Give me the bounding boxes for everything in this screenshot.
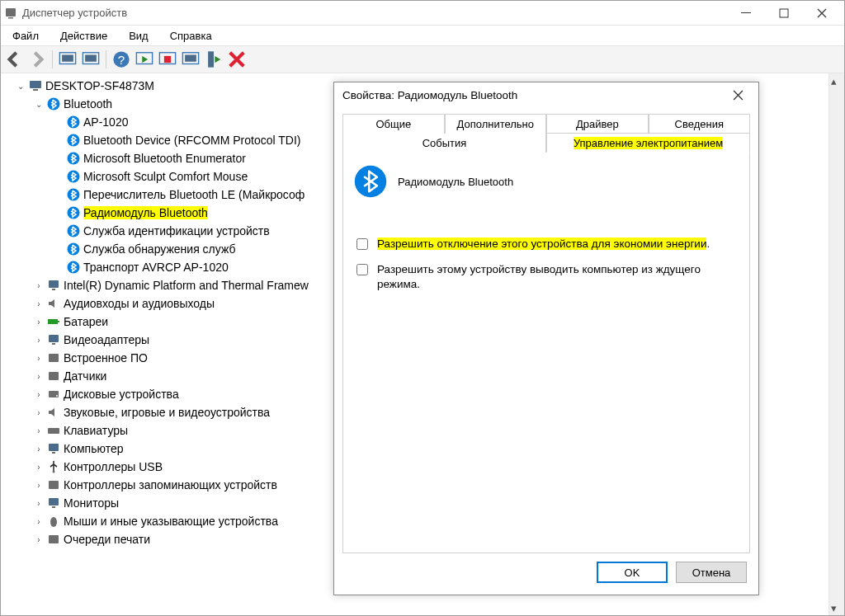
label-allow-wake: Разрешить этому устройству выводить комп…: [377, 262, 732, 292]
expand-collapse-icon[interactable]: ›: [34, 481, 44, 490]
tree-item-label: Батареи: [64, 315, 108, 328]
scroll-up-icon[interactable]: ▴: [831, 75, 843, 87]
tab-advanced[interactable]: Дополнительно: [445, 114, 547, 134]
tab-events[interactable]: События: [342, 133, 546, 153]
ok-button[interactable]: OK: [597, 562, 668, 583]
svg-rect-3: [780, 9, 788, 17]
expand-collapse-icon[interactable]: ›: [34, 517, 44, 526]
maximize-button[interactable]: [765, 1, 803, 26]
menu-file[interactable]: Файл: [7, 28, 44, 44]
expand-collapse-icon[interactable]: ⌄: [16, 82, 26, 91]
scroll-down-icon[interactable]: ▾: [831, 602, 843, 614]
menu-view[interactable]: Вид: [124, 28, 153, 44]
expand-collapse-icon[interactable]: ›: [34, 444, 44, 454]
toolbar-stop-icon[interactable]: [158, 49, 177, 69]
tab-general[interactable]: Общие: [342, 114, 445, 134]
tree-item-label: Компьютер: [64, 442, 123, 455]
dialog-title: Свойства: Радиомодуль Bluetooth: [342, 89, 725, 101]
tree-item-label: Датчики: [64, 369, 106, 383]
cancel-button[interactable]: Отмена: [676, 562, 747, 583]
tree-item-icon: [47, 388, 60, 401]
tree-item-icon: [47, 315, 60, 328]
svg-rect-15: [208, 51, 214, 67]
tree-item-icon: [67, 206, 80, 219]
svg-rect-30: [48, 319, 58, 324]
expand-collapse-icon[interactable]: ›: [34, 535, 44, 544]
toolbar-delete-icon[interactable]: [227, 49, 247, 69]
checkbox-allow-wake[interactable]: [356, 264, 368, 275]
toolbar-play-icon[interactable]: [135, 49, 154, 69]
svg-point-45: [50, 517, 57, 527]
tree-item-icon: [47, 515, 60, 528]
toolbar-monitor-b-icon[interactable]: [81, 49, 101, 69]
toolbar-help-icon[interactable]: ?: [111, 49, 131, 69]
tree-item-icon: [47, 442, 60, 455]
expand-collapse-icon[interactable]: ›: [34, 390, 44, 399]
svg-point-37: [56, 395, 58, 397]
tree-item-icon: [47, 533, 60, 546]
toolbar-forward-icon[interactable]: [27, 49, 47, 69]
svg-rect-12: [164, 56, 171, 63]
dialog-titlebar: Свойства: Радиомодуль Bluetooth: [334, 82, 758, 107]
expand-collapse-icon[interactable]: ›: [34, 354, 44, 363]
tree-item-icon: [67, 152, 80, 165]
svg-rect-39: [49, 444, 59, 451]
dialog-close-icon[interactable]: [725, 82, 750, 107]
checkbox-allow-power-off[interactable]: [356, 238, 368, 250]
expand-collapse-icon[interactable]: ›: [34, 463, 44, 472]
window-controls: [727, 1, 841, 26]
tab-power-management[interactable]: Управление электропитанием: [546, 133, 750, 153]
tree-item-label: Транспорт AVRCP AP-1020: [83, 261, 229, 274]
toolbar-monitor-c-icon[interactable]: [181, 49, 201, 69]
tree-item-icon: [67, 261, 80, 274]
sep: [52, 50, 53, 68]
tree-item-icon: [67, 115, 80, 129]
toolbar-enable-icon[interactable]: [204, 49, 224, 69]
expand-collapse-icon[interactable]: ›: [34, 317, 44, 327]
tree-item-label: Очереди печати: [64, 533, 150, 546]
label-allow-power-off: Разрешить отключение этого устройства дл…: [377, 237, 710, 252]
tree-item-label: Bluetooth Device (RFCOMM Protocol TDI): [83, 134, 300, 147]
expand-collapse-icon[interactable]: ›: [34, 499, 44, 508]
minimize-button[interactable]: [727, 1, 765, 26]
svg-rect-35: [49, 372, 59, 380]
expand-collapse-icon[interactable]: ›: [34, 426, 44, 435]
tab-details[interactable]: Сведения: [649, 114, 751, 134]
svg-rect-33: [52, 343, 55, 345]
svg-text:?: ?: [118, 53, 125, 67]
tree-item-icon: [47, 406, 60, 419]
expand-collapse-icon[interactable]: ›: [34, 408, 44, 417]
menubar: Файл Действие Вид Справка: [1, 26, 844, 45]
menu-help[interactable]: Справка: [165, 28, 217, 44]
toolbar-back-icon[interactable]: [4, 49, 24, 69]
expand-collapse-icon[interactable]: ›: [34, 281, 44, 290]
tree-item-label: Контроллеры запоминающих устройств: [64, 478, 277, 491]
expand-collapse-icon[interactable]: ›: [34, 336, 44, 345]
svg-rect-46: [49, 535, 59, 543]
svg-rect-42: [49, 481, 59, 489]
tree-item-label: Microsoft Sculpt Comfort Mouse: [83, 170, 248, 183]
tree-item-icon: [47, 424, 60, 437]
expand-collapse-icon[interactable]: ⌄: [34, 100, 44, 109]
tab-driver[interactable]: Драйвер: [546, 114, 649, 134]
device-name: Радиомодуль Bluetooth: [398, 176, 513, 188]
tab-area: События Управление электропитанием Общие…: [334, 107, 758, 553]
expand-collapse-icon[interactable]: ›: [34, 372, 44, 381]
tree-item-label: Мониторы: [64, 496, 119, 510]
tree-item-label: Intel(R) Dynamic Platform and Thermal Fr…: [64, 279, 309, 292]
scrollbar-vertical[interactable]: ▴ ▾: [829, 73, 844, 615]
expand-collapse-icon[interactable]: ›: [34, 299, 44, 308]
tree-item-icon: [47, 496, 60, 510]
tab-body: Радиомодуль Bluetooth Разрешить отключен…: [342, 153, 750, 553]
svg-rect-43: [49, 498, 59, 505]
bluetooth-icon: [353, 164, 388, 199]
tree-item-label: Мыши и иные указывающие устройства: [64, 515, 278, 528]
tree-item-label: Дисковые устройства: [64, 388, 179, 401]
svg-rect-29: [52, 289, 55, 290]
dialog-buttons: OK Отмена: [334, 553, 758, 595]
close-button[interactable]: [803, 1, 841, 26]
svg-rect-38: [48, 428, 59, 434]
menu-action[interactable]: Действие: [55, 28, 112, 44]
tree-item-label: Microsoft Bluetooth Enumerator: [83, 152, 246, 165]
toolbar-monitor-a-icon[interactable]: [58, 49, 78, 69]
